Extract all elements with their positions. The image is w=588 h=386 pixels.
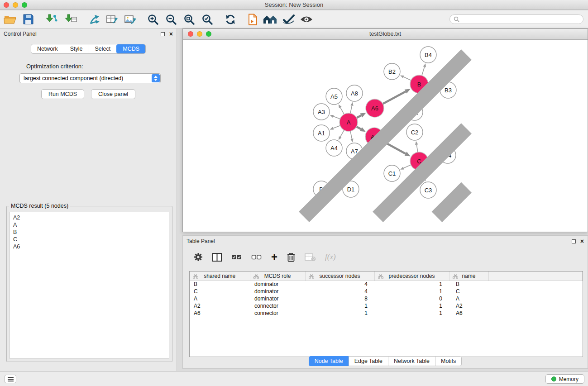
column-header-name[interactable]: name [449,272,488,281]
main-toolbar [0,10,588,29]
optimization-criterion-label: Optimization criterion: [0,63,177,70]
mcds-result-list[interactable]: A2ABCA6 [10,212,169,359]
column-header-MCDS-role[interactable]: MCDS role [250,272,305,281]
task-history-button[interactable] [5,375,16,383]
column-header-successor-nodes[interactable]: successor nodes [305,272,374,281]
table-row[interactable]: Bdominator41B [190,281,583,288]
table-row[interactable]: A2connector11A2 [190,302,583,310]
result-item: A [13,221,166,229]
list-icon [8,377,14,381]
memory-status-icon [551,376,556,381]
column-edit-icon [193,274,198,279]
result-item: A6 [13,243,166,250]
node-table[interactable]: shared nameMCDS rolesuccessor nodesprede… [189,271,583,357]
zoom-fit-button[interactable] [183,14,195,25]
table-row[interactable]: Adominator80A [190,295,583,302]
plus-icon: + [271,253,277,261]
column-edit-icon [378,274,383,279]
tab-mcds[interactable]: MCDS [116,44,145,53]
select-all-button[interactable] [231,254,242,261]
zoom-in-button[interactable] [147,14,159,25]
checkmark-swoosh-icon [282,14,295,24]
unselect-all-button[interactable] [251,254,262,261]
result-item: B [13,229,166,236]
trash-icon [287,252,295,262]
control-panel-tabs: NetworkStyleSelectMCDS [31,44,146,54]
refresh-icon [225,14,236,25]
memory-label: Memory [559,376,578,382]
columns-icon [212,253,222,262]
table-panel: Table Panel × [182,235,588,369]
zoom-out-button[interactable] [165,14,177,25]
unselect-all-icon [251,254,262,261]
function-builder-button[interactable]: f(x) [325,253,336,262]
close-panel-icon[interactable]: × [169,32,173,36]
save-session-button[interactable] [23,14,33,24]
add-column-button[interactable]: + [271,253,277,261]
table-close-panel-icon[interactable]: × [580,239,584,243]
search-input[interactable] [462,16,579,23]
status-bar: Memory [0,371,588,386]
export-image-button[interactable] [124,14,136,25]
table-float-panel-icon[interactable] [572,239,576,243]
control-panel: Control Panel × NetworkStyleSelectMCDS O… [0,29,177,371]
resize-grip-icon[interactable] [183,40,588,232]
fork-arrows-icon [89,14,100,25]
dropdown-selected-value: largest connected component (directed) [24,75,123,81]
delete-table-button[interactable] [305,253,316,261]
zoom-out-icon [165,14,177,25]
image-arrow-icon [124,14,136,25]
table-settings-button[interactable] [194,253,203,262]
tab-network-table[interactable]: Network Table [388,356,435,366]
tab-style[interactable]: Style [64,44,89,53]
search-field[interactable] [449,14,583,24]
window-titlebar: Session: New Session [0,0,588,10]
tab-select[interactable]: Select [89,44,117,53]
run-mcds-button[interactable]: Run MCDS [41,89,84,99]
network-window: testGlobe.txt B4B2BB3A5A8A6B1A3AC2A1A2A4… [182,29,588,232]
float-panel-icon[interactable] [161,32,165,36]
zoom-selected-icon [201,14,213,25]
open-session-button[interactable] [4,14,17,25]
table-row[interactable]: A6connector11A6 [190,310,583,317]
column-header-shared-name[interactable]: shared name [190,272,250,281]
table-delete-icon [305,253,316,261]
window-title: Session: New Session [0,1,588,8]
search-icon [454,16,459,22]
apply-layout-button[interactable] [225,14,236,25]
tab-edge-table[interactable]: Edge Table [349,356,388,366]
control-panel-title: Control Panel [4,31,161,37]
import-table-icon [65,14,77,25]
clone-network-button[interactable] [89,14,100,25]
show-columns-button[interactable] [212,253,222,262]
delete-column-button[interactable] [287,252,295,262]
tab-network[interactable]: Network [31,44,64,53]
home-button[interactable] [263,14,277,24]
memory-button[interactable]: Memory [545,374,584,384]
import-network-file-button[interactable] [45,14,57,25]
optimization-criterion-dropdown[interactable]: largest connected component (directed) [19,73,161,83]
tab-node-table[interactable]: Node Table [309,356,349,366]
dropdown-stepper-icon[interactable] [152,74,160,82]
apply-style-button[interactable] [282,14,295,24]
network-from-table-button[interactable] [106,14,118,25]
show-hide-button[interactable] [300,15,313,24]
network-canvas[interactable]: B4B2BB3A5A8A6B1A3AC2A1A2A4A7C4CC1C3DD1 [183,40,588,232]
column-header-predecessor-nodes[interactable]: predecessor nodes [374,272,449,281]
tab-motifs[interactable]: Motifs [435,356,462,366]
annotation-button[interactable] [248,14,258,25]
home-icon [263,14,277,24]
zoom-in-icon [147,14,159,25]
table-header-row: shared nameMCDS rolesuccessor nodesprede… [190,272,583,281]
select-all-icon [231,254,242,261]
zoom-selected-button[interactable] [201,14,213,25]
table-row[interactable]: Cdominator41C [190,288,583,295]
column-edit-icon [453,274,458,279]
import-table-file-button[interactable] [65,14,77,25]
column-edit-icon [253,274,259,279]
table-body: Bdominator41BCdominator41CAdominator80AA… [190,281,583,317]
mcds-result-title: MCDS result (5 nodes) [9,203,70,209]
network-window-titlebar[interactable]: testGlobe.txt [183,29,588,40]
close-panel-button[interactable]: Close panel [91,89,135,99]
eye-icon [300,15,313,24]
